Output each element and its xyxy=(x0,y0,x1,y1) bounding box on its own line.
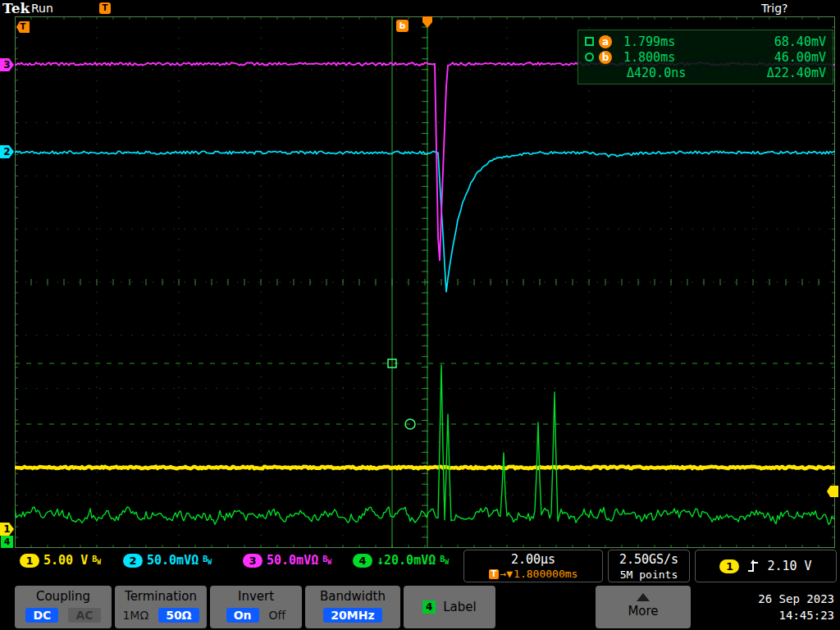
cursor-delta-time: Δ420.0ns xyxy=(627,66,686,80)
invert-on-option[interactable]: On xyxy=(226,608,259,623)
ch1-scale: 5.00 V xyxy=(43,553,88,568)
ch4-readout[interactable]: 4 ↓20.0mVΩ BW xyxy=(353,553,449,568)
trigger-delay-value: 1.800000ms xyxy=(514,568,578,580)
trigger-level-value: 2.10 V xyxy=(767,559,811,573)
channel-3-position-marker[interactable]: 3 xyxy=(0,58,14,71)
cursor-b-row: b 1.800ms 46.00mV xyxy=(585,49,826,65)
channel-4-position-marker[interactable]: 4 xyxy=(1,536,13,548)
ch3-readout[interactable]: 3 50.0mVΩ BW xyxy=(243,553,331,568)
trigger-delay-readout: T→▼1.800000ms xyxy=(464,568,602,580)
invert-off-option[interactable]: Off xyxy=(269,609,286,622)
tek-logo: Tek xyxy=(2,0,30,16)
more-button[interactable]: More xyxy=(596,586,691,628)
label-button[interactable]: 4 Label xyxy=(404,586,495,628)
acquisition-status: Run xyxy=(31,2,53,15)
cursor-b-badge: b xyxy=(599,51,612,64)
sample-rate: 2.50GS/s xyxy=(609,552,689,567)
waveform-display[interactable]: b a 1.799ms 68.40mV b 1.800ms 46.00mV Δ4… xyxy=(15,16,835,548)
cursor-a-square-icon xyxy=(585,37,594,46)
bandwidth-label: Bandwidth xyxy=(305,589,400,604)
bandwidth-limit-icon: BW xyxy=(322,555,331,566)
coupling-ac-option[interactable]: AC xyxy=(68,608,100,623)
readout-bar: 1 5.00 V BW 2 50.0mVΩ BW 3 50.0mVΩ BW 4 … xyxy=(0,548,840,584)
termination-label: Termination xyxy=(115,589,207,604)
ch2-readout[interactable]: 2 50.0mVΩ BW xyxy=(123,553,212,568)
termination-50ohm-option[interactable]: 50Ω xyxy=(158,608,199,623)
coupling-dc-option[interactable]: DC xyxy=(25,608,58,623)
acquisition-readout[interactable]: 2.50GS/s 5M points xyxy=(608,550,690,582)
ch3-scale: 50.0mVΩ xyxy=(267,553,318,568)
datetime-display: 26 Sep 2023 14:45:23 xyxy=(738,586,838,628)
date-text: 26 Sep 2023 xyxy=(738,591,834,607)
timebase-value: 2.00μs xyxy=(464,552,602,567)
ch2-badge: 2 xyxy=(123,554,143,568)
oscilloscope-screen: Tek Run T Trig? b a 1.799ms 68.40mV b 1.… xyxy=(0,0,840,630)
termination-button[interactable]: Termination 1MΩ 50Ω xyxy=(115,586,207,628)
cursor-a-badge: a xyxy=(599,35,612,48)
cursor-delta-volt: Δ22.40mV xyxy=(767,66,826,80)
termination-1meg-option[interactable]: 1MΩ xyxy=(122,609,148,622)
cursor-delta-row: Δ420.0ns Δ22.40mV xyxy=(585,65,826,80)
graticule-svg xyxy=(15,16,835,548)
more-button-text: More xyxy=(596,604,691,619)
ch4-badge: 4 xyxy=(353,554,372,568)
bandwidth-limit-icon: BW xyxy=(203,555,212,566)
cursor-readout: a 1.799ms 68.40mV b 1.800ms 46.00mV Δ420… xyxy=(578,30,833,84)
label-button-text: Label xyxy=(443,600,476,614)
trigger-record-marker-icon: T xyxy=(99,2,111,14)
ch3-badge: 3 xyxy=(243,554,262,568)
horizontal-readout[interactable]: 2.00μs T→▼1.800000ms xyxy=(463,550,603,582)
bandwidth-limit-icon: BW xyxy=(440,555,449,566)
invert-button[interactable]: Invert On Off xyxy=(210,586,302,628)
more-up-arrow-icon xyxy=(637,593,650,601)
cursor-a-time: 1.799ms xyxy=(623,34,675,49)
trigger-t-icon: T xyxy=(489,569,500,579)
invert-label: Invert xyxy=(210,589,302,604)
rising-edge-icon xyxy=(746,559,760,573)
channel-2-position-marker[interactable]: 2 xyxy=(0,145,14,158)
top-status-bar: Tek Run T Trig? xyxy=(0,0,840,16)
cursor-b-volt: 46.00mV xyxy=(774,50,826,65)
trigger-source-badge: 1 xyxy=(719,559,739,573)
coupling-button[interactable]: Coupling DC AC xyxy=(15,586,112,628)
trigger-delay-arrow-icon: →▼ xyxy=(500,568,513,580)
cursor-b-flag[interactable]: b xyxy=(396,20,409,32)
ch4-scale: ↓20.0mVΩ xyxy=(377,553,436,568)
cursor-a-volt: 68.40mV xyxy=(774,34,826,49)
cursor-b-time: 1.800ms xyxy=(623,50,675,65)
channel-1-position-marker[interactable]: 1 xyxy=(0,523,14,536)
coupling-label: Coupling xyxy=(15,589,112,604)
time-text: 14:45:23 xyxy=(738,607,834,623)
ch1-badge: 1 xyxy=(20,554,39,568)
cursor-b-circle-icon xyxy=(585,52,594,62)
cursor-a-row: a 1.799ms 68.40mV xyxy=(585,34,826,49)
bandwidth-value-option[interactable]: 20MHz xyxy=(323,608,381,623)
trigger-status: Trig? xyxy=(761,2,788,15)
ch1-readout[interactable]: 1 5.00 V BW xyxy=(20,553,101,568)
bottom-menu: Coupling DC AC Termination 1MΩ 50Ω Inver… xyxy=(0,584,840,630)
bandwidth-limit-icon: BW xyxy=(92,555,101,566)
record-length: 5M points xyxy=(609,568,689,581)
ch2-scale: 50.0mVΩ xyxy=(147,553,199,568)
label-channel-badge: 4 xyxy=(422,600,436,614)
bandwidth-button[interactable]: Bandwidth 20MHz xyxy=(305,586,400,628)
trigger-readout[interactable]: 1 2.10 V xyxy=(695,550,837,582)
